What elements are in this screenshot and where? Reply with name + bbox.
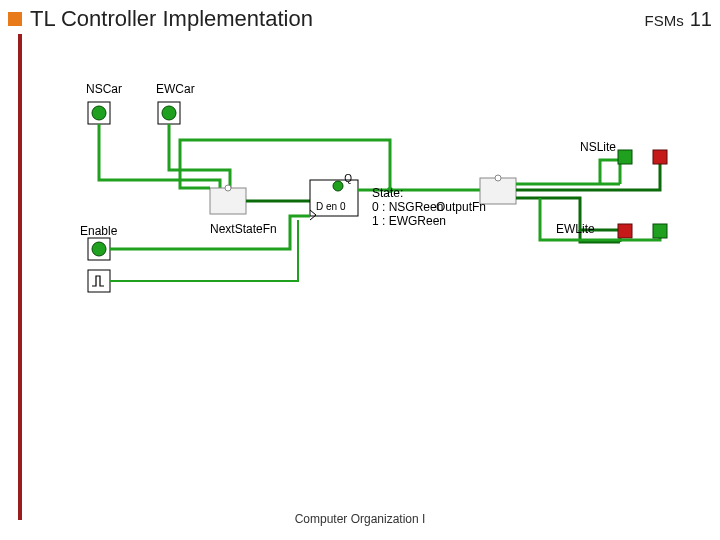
clock-pin (88, 270, 110, 292)
state-line1: 1 : EWGReen (372, 214, 446, 228)
svg-point-3 (162, 106, 176, 120)
output-label: OutputFn (436, 200, 486, 214)
nscar-pin (88, 102, 110, 124)
svg-text:Q: Q (344, 173, 352, 184)
circuit-diagram: Q D en 0 (60, 70, 680, 330)
enable-pin (88, 238, 110, 260)
title-left: TL Controller Implementation (8, 6, 313, 32)
title-right: FSMs 11 (645, 8, 712, 31)
enable-label: Enable (80, 224, 117, 238)
svg-point-14 (495, 175, 501, 181)
slide-title: TL Controller Implementation (30, 6, 313, 32)
ewlite-led-green (653, 224, 667, 238)
wire-ewcar (169, 124, 230, 188)
page-number: 11 (690, 8, 712, 31)
ewlite-led-red (618, 224, 632, 238)
nslite-led-red (653, 150, 667, 164)
svg-point-8 (225, 185, 231, 191)
ewcar-pin (158, 102, 180, 124)
svg-point-12 (333, 181, 343, 191)
bullet-icon (8, 12, 22, 26)
state-title: State: (372, 186, 403, 200)
nslite-label: NSLite (580, 140, 616, 154)
svg-text:D en 0: D en 0 (316, 201, 346, 212)
svg-point-5 (92, 242, 106, 256)
state-line0: 0 : NSGReen (372, 200, 443, 214)
nextstate-block (210, 185, 246, 214)
ewlite-label: EWLite (556, 222, 595, 236)
footer-credit: Computer Organization I (0, 512, 720, 526)
nslite-led-green (618, 150, 632, 164)
nscar-label: NSCar (86, 82, 122, 96)
left-rule (18, 34, 22, 520)
register-block: Q D en 0 (310, 173, 358, 220)
title-bar: TL Controller Implementation FSMs 11 (8, 6, 712, 32)
wire-nscar (99, 124, 220, 188)
svg-rect-7 (210, 188, 246, 214)
svg-point-1 (92, 106, 106, 120)
ewcar-label: EWCar (156, 82, 195, 96)
wire-nslite-split (600, 160, 620, 184)
section-label: FSMs (645, 12, 684, 29)
nextstate-label: NextStateFn (210, 222, 277, 236)
svg-rect-6 (88, 270, 110, 292)
